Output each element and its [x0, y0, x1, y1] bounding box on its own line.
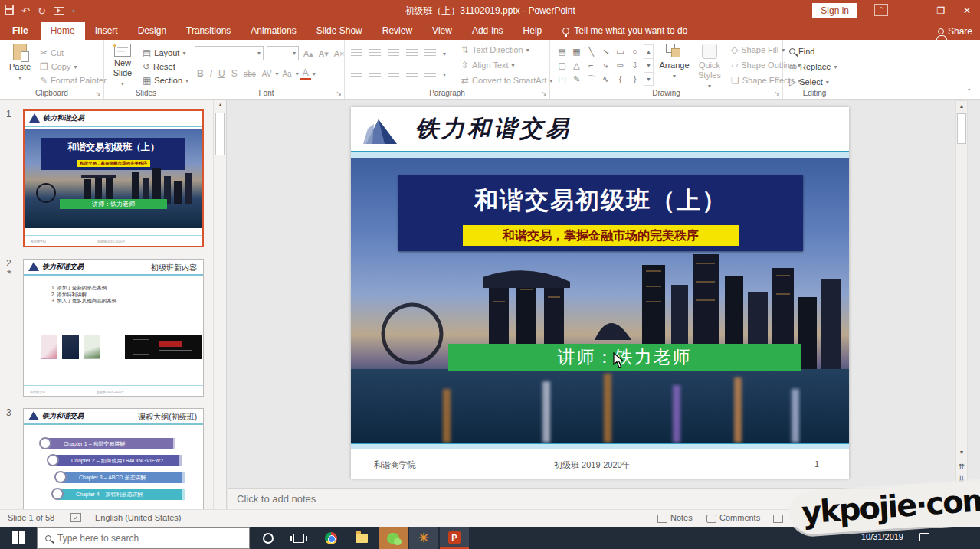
justify-icon[interactable]: [406, 70, 418, 79]
shape-cell[interactable]: ∿: [598, 72, 613, 86]
cortana-button[interactable]: [253, 527, 284, 549]
slide-title[interactable]: 和谐交易初级班（上）: [398, 185, 803, 217]
share-button[interactable]: Share: [938, 26, 972, 37]
find-button[interactable]: Find: [789, 44, 814, 58]
scroll-up-icon[interactable]: ▲: [214, 102, 227, 107]
normal-view-icon[interactable]: [773, 515, 783, 523]
shape-cell[interactable]: ▢: [555, 58, 569, 72]
shape-cell[interactable]: ◳: [555, 72, 569, 86]
chrome-button[interactable]: [316, 527, 346, 549]
tab-review[interactable]: Review: [372, 22, 422, 40]
shape-cell[interactable]: ⌐: [584, 58, 598, 72]
paragraph-dialog-launcher-icon[interactable]: ↘: [541, 90, 547, 97]
tab-slideshow[interactable]: Slide Show: [306, 22, 372, 40]
slide3-thumbnail[interactable]: 铁力和谐交易 课程大纲(初级班) Chapter 1 – 和谐交易讲解 Chap…: [23, 408, 204, 509]
shape-cell[interactable]: △: [569, 58, 584, 72]
cut-button[interactable]: ✂ Cut: [40, 46, 64, 60]
bullets-icon[interactable]: [351, 49, 362, 58]
increase-indent-icon[interactable]: [406, 49, 418, 58]
shapes-scroll[interactable]: ▲ ▼ ▼: [644, 44, 654, 86]
search-input[interactable]: [57, 533, 211, 544]
title-photo[interactable]: 和谐交易初级班（上） 和谐交易，掌握金融市场的完美秩序: [351, 158, 849, 443]
shape-cell[interactable]: ▦: [569, 44, 584, 58]
italic-button[interactable]: I: [208, 68, 215, 79]
restore-button[interactable]: ❐: [928, 0, 954, 21]
current-slide[interactable]: 铁力和谐交易 和谐交易初级班（上） 和谐交易，掌握金融市场的完美秩序: [351, 107, 849, 479]
drawing-dialog-launcher-icon[interactable]: ↘: [774, 90, 780, 97]
notes-placeholder[interactable]: Click to add notes: [237, 493, 316, 505]
shape-fill-button[interactable]: ◇ Shape Fill▾: [731, 43, 785, 57]
clipboard-dialog-launcher-icon[interactable]: ↘: [95, 90, 101, 97]
thumbnail-scrollbar[interactable]: ▲: [213, 100, 226, 509]
shape-cell[interactable]: ↘: [598, 44, 613, 58]
font-name-combo[interactable]: ▾: [195, 46, 264, 60]
shape-cell[interactable]: ⇨: [613, 58, 628, 72]
align-right-icon[interactable]: [388, 70, 399, 79]
tab-home[interactable]: Home: [41, 22, 85, 40]
font-size-combo[interactable]: ▾: [267, 46, 299, 60]
slide1-thumbnail[interactable]: 铁力和谐交易 和谐交易初级班（上） 和谐交易，掌握金融市场的完美秩序 讲师：铁力…: [23, 109, 204, 247]
ribbon-display-options-icon[interactable]: ⌃: [874, 4, 888, 16]
close-button[interactable]: ✕: [954, 0, 980, 21]
tab-help[interactable]: Help: [513, 22, 552, 40]
shrink-font-button[interactable]: A▾: [319, 49, 329, 59]
canvas-scrollbar[interactable]: ▲ ▼ ⇈ ⇊: [955, 100, 968, 487]
line-spacing-icon[interactable]: [424, 49, 436, 58]
scrollbar-thumb[interactable]: [215, 113, 225, 155]
shape-cell[interactable]: ⇩: [628, 58, 642, 72]
taskbar-search[interactable]: [37, 527, 250, 549]
text-shadow-button[interactable]: abc: [241, 70, 258, 78]
tab-addins[interactable]: Add-ins: [462, 22, 513, 40]
strikethrough-button[interactable]: S: [229, 68, 240, 79]
app-button[interactable]: ✳: [409, 527, 438, 549]
sign-in-button[interactable]: Sign in: [812, 3, 857, 18]
numbering-icon[interactable]: [369, 49, 381, 58]
language-indicator[interactable]: English (United States): [95, 513, 182, 522]
character-spacing-button[interactable]: AV: [260, 70, 274, 78]
powerpoint-button[interactable]: P: [440, 527, 469, 549]
replace-button[interactable]: ab Replace▾: [789, 60, 837, 74]
font-color-button[interactable]: A: [300, 67, 311, 80]
shape-cell[interactable]: ✎: [569, 72, 584, 86]
tab-transitions[interactable]: Transitions: [176, 22, 241, 40]
shape-cell[interactable]: ⌒: [584, 72, 598, 86]
paste-button[interactable]: Paste▾: [3, 44, 37, 83]
tab-file[interactable]: File: [0, 22, 41, 40]
convert-smartart-button[interactable]: ⇄ Convert to SmartArt▾: [461, 74, 552, 87]
arrange-button[interactable]: Arrange▾: [657, 44, 691, 81]
text-direction-button[interactable]: ⇅ Text Direction▾: [461, 43, 529, 57]
tab-insert[interactable]: Insert: [85, 22, 128, 40]
slide-indicator[interactable]: Slide 1 of 58: [8, 513, 54, 522]
tab-animations[interactable]: Animations: [241, 22, 306, 40]
file-explorer-button[interactable]: [346, 527, 377, 549]
taskbar-date[interactable]: 10/31/2019: [861, 532, 903, 541]
slide-subtitle[interactable]: 和谐交易，掌握金融市场的完美秩序: [463, 225, 739, 246]
reset-button[interactable]: ↺ Reset: [143, 60, 175, 74]
collapse-ribbon-icon[interactable]: ⌃: [966, 87, 972, 96]
section-button[interactable]: ▦ Section▾: [143, 74, 188, 87]
select-button[interactable]: ▷ Select▾: [789, 75, 829, 89]
underline-button[interactable]: U: [216, 68, 228, 79]
shape-cell[interactable]: }: [628, 72, 642, 86]
tab-view[interactable]: View: [422, 22, 462, 40]
layout-button[interactable]: ▤ Layout▾: [143, 46, 185, 60]
notification-center-icon[interactable]: [919, 533, 929, 541]
tab-design[interactable]: Design: [128, 22, 176, 40]
scroll-up-icon[interactable]: ▲: [956, 103, 967, 109]
decrease-indent-icon[interactable]: [388, 49, 399, 58]
shape-cell[interactable]: {: [613, 72, 628, 86]
new-slide-button[interactable]: ✦ New Slide▾: [106, 44, 139, 89]
tell-me-box[interactable]: Tell me what you want to do: [552, 22, 695, 40]
scrollbar-thumb[interactable]: [957, 113, 966, 144]
brand-text[interactable]: 铁力和谐交易: [415, 113, 572, 145]
footer-page-number[interactable]: 1: [814, 459, 819, 469]
title-box[interactable]: 和谐交易初级班（上） 和谐交易，掌握金融市场的完美秩序: [398, 175, 803, 251]
previous-slide-button[interactable]: ⇈: [956, 462, 967, 471]
task-view-button[interactable]: [284, 527, 314, 549]
wechat-button[interactable]: [379, 527, 408, 549]
footer-center[interactable]: 初级班 2019-2020年: [554, 459, 631, 471]
shape-cell[interactable]: ○: [628, 44, 642, 58]
shape-cell[interactable]: ▤: [555, 44, 569, 58]
footer-left[interactable]: 和谐商学院: [374, 459, 416, 471]
spellcheck-icon[interactable]: ✓: [70, 513, 81, 522]
